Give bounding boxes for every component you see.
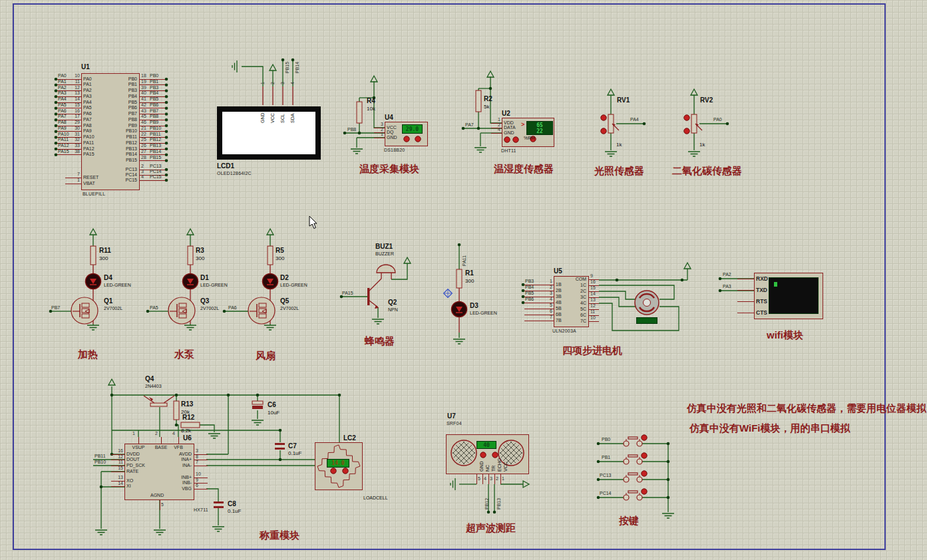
dht11-display: 6522 <box>526 121 553 135</box>
label: 5k <box>484 104 489 110</box>
net-label-SDA: SDA <box>290 114 295 123</box>
pin-name: RTS <box>756 299 767 305</box>
caption: 水泵 <box>174 349 194 360</box>
pin-name: CTS <box>756 310 767 316</box>
net-label-PB7: PB7 <box>150 108 158 114</box>
pin-number: 10 <box>590 315 596 321</box>
pin-name: PB8 <box>83 117 137 122</box>
label: RV2 <box>700 96 713 104</box>
pin-number: 14 <box>113 481 123 486</box>
net-label-PC13: PC13 <box>150 164 162 169</box>
net-label-PA5: PA5 <box>58 102 67 108</box>
pin-name: PB12 <box>83 140 137 146</box>
pin-number: 32 <box>70 137 80 142</box>
pin-number: 19 <box>141 79 146 84</box>
pin-number: 25 <box>141 137 146 142</box>
pin-name: VFB <box>168 445 188 450</box>
net-label-PA4: PA4 <box>58 96 67 102</box>
pin-number: 1 <box>542 279 552 284</box>
net-label-PB3: PB3 <box>525 279 534 284</box>
caption: 加热 <box>78 349 98 360</box>
net-label-PB0: PB0 <box>602 437 610 442</box>
label: 300 <box>465 279 474 285</box>
pin-number: 18 <box>141 73 146 78</box>
pin-number: 43 <box>141 108 146 114</box>
pin-name: INB+ <box>126 475 192 480</box>
caption: 风扇 <box>256 350 276 362</box>
pin-name: PB3 <box>83 88 137 93</box>
label: 2V7002L <box>280 306 299 311</box>
caption: 称重模块 <box>260 530 299 541</box>
label: 1k <box>699 142 705 148</box>
net-label-PA8: PA8 <box>58 120 67 125</box>
net-label-PA9: PA9 <box>58 126 67 131</box>
pin-BASE <box>161 437 162 444</box>
loadcell-display: 14.0 <box>327 459 349 468</box>
pin-7B <box>524 321 554 321</box>
pin-number: 5 <box>542 303 552 308</box>
label: R13 <box>181 400 193 408</box>
net-label-PA11: PA11 <box>462 255 467 266</box>
net-label-PA1: PA1 <box>58 79 67 84</box>
pin-name: VBG <box>126 486 192 491</box>
pin-number: 38 <box>70 149 80 154</box>
label: R3 <box>196 247 204 254</box>
pin-AGND <box>160 500 160 510</box>
pin-name: PC15 <box>83 178 137 183</box>
pin-number: 26 <box>141 143 146 148</box>
net-label-PA7: PA7 <box>465 122 474 128</box>
net-label-PB12: PB12 <box>484 498 490 509</box>
pin-name: PB1 <box>83 82 137 87</box>
label: 2V7002L <box>104 306 122 311</box>
label: Q3 <box>200 297 209 305</box>
pin-number: 5 <box>161 502 164 507</box>
pin-number: 22 <box>141 132 146 137</box>
net-label-PA3: PA3 <box>723 284 731 289</box>
net-label-PB13: PB13 <box>496 498 502 509</box>
pin-number: 7 <box>70 172 80 177</box>
pin-number: 4 <box>490 127 500 132</box>
label: 300 <box>99 256 108 262</box>
pin-name: PB14 <box>83 152 137 157</box>
pin-name: PB10 <box>83 128 137 134</box>
net-label-PA7: PA7 <box>58 114 67 119</box>
ref-u6-hx711: U6 <box>183 434 192 442</box>
net-label-PA6: PA6 <box>228 305 237 311</box>
pin-name: 6C <box>556 313 586 318</box>
pin-name: PC13 <box>83 167 137 172</box>
pin-name: TXD <box>756 287 767 293</box>
net-label-PA3: PA3 <box>58 90 67 96</box>
net-label-PA11: PA11 <box>58 137 69 142</box>
net-label-PC14: PC14 <box>150 169 162 174</box>
net-label-PA2: PA2 <box>58 85 67 90</box>
pin-TR <box>488 474 489 484</box>
ref-u5-uln2003a: U5 <box>554 267 562 275</box>
pin-name: 2C <box>556 289 586 294</box>
pin-name: GND <box>387 135 397 140</box>
pin-name: PB11 <box>83 134 137 140</box>
stepper-display <box>636 317 657 324</box>
net-label-PB6: PB6 <box>150 102 158 108</box>
pin-name: VSUP <box>128 445 148 450</box>
proteus-schematic-sheet: 29.065224014.0 仿真中没有光照和二氧化碳传感器，需要用电位器模拟 … <box>0 0 927 560</box>
net-label-PB10: PB10 <box>150 126 161 131</box>
net-label-PA15: PA15 <box>58 149 69 154</box>
net-label-PA5: PA5 <box>150 305 158 311</box>
label: RV1 <box>617 96 630 104</box>
pin-name: COM <box>556 277 586 282</box>
pin-number: 7 <box>542 315 552 320</box>
pin-number: 28 <box>141 155 146 160</box>
pin-number: 13 <box>70 90 80 96</box>
caption: 四项步进电机 <box>562 345 622 356</box>
label: LED-GREEN <box>104 283 131 288</box>
label: C7 <box>288 442 297 450</box>
net-label-PB5: PB5 <box>150 96 158 102</box>
pin-number: 17 <box>70 114 80 119</box>
net-label-GND: GND <box>260 112 266 123</box>
pin-number: 3 <box>542 291 552 296</box>
pin-number: 31 <box>70 132 80 137</box>
pin-number: 2 <box>141 164 144 169</box>
pin-name: 4C <box>556 301 586 306</box>
pin-number: 16 <box>590 279 596 285</box>
pin-name: AVDD <box>126 452 192 457</box>
